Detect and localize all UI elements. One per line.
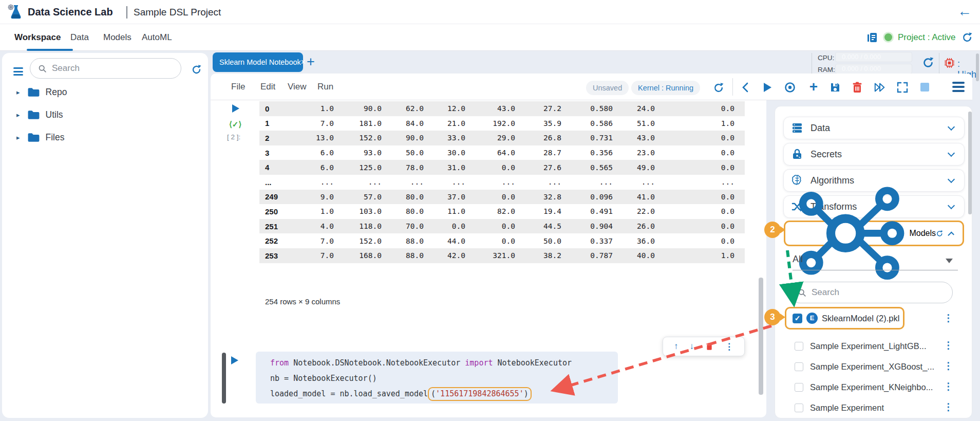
- dataframe-table: 0 1.0 90.0 62.0 12.0 43.0 27.2 0.580 24.…: [259, 101, 745, 263]
- model-item-menu-icon[interactable]: ⋮: [944, 401, 953, 413]
- notebook-tab[interactable]: Sklearn Model Notebook ×: [213, 52, 303, 72]
- model-list: Sample Experiment_LightGB... ⋮ Sample Ex…: [775, 336, 973, 418]
- toolbar-menu-icon[interactable]: [952, 82, 965, 93]
- chevron-down-icon[interactable]: [948, 202, 955, 209]
- sidebar-search-input[interactable]: [52, 63, 165, 74]
- tab-close-icon[interactable]: ×: [301, 58, 311, 67]
- chevron-left-icon[interactable]: [740, 81, 752, 94]
- page-scrollbar[interactable]: [976, 53, 979, 81]
- notebook-scrollbar[interactable]: [759, 278, 763, 395]
- sidebar-menu-icon[interactable]: [13, 67, 23, 78]
- row-index: 250: [259, 207, 280, 216]
- nav-tab-automl[interactable]: AutoML: [142, 24, 172, 51]
- checkbox-unchecked-icon[interactable]: [795, 362, 803, 371]
- nav-tab-models[interactable]: Models: [103, 24, 131, 51]
- stop-kernel-icon[interactable]: [919, 81, 931, 94]
- code-line-1: from Notebook.DSNotebook.NotebookExecuto…: [270, 355, 618, 371]
- run-cell-icon[interactable]: [761, 81, 774, 94]
- run-all-icon[interactable]: [874, 81, 886, 94]
- row-index: 251: [259, 222, 280, 231]
- section-models-label: Models: [909, 229, 936, 238]
- project-refresh-icon[interactable]: [962, 32, 973, 43]
- table-summary: 254 rows × 9 columns: [265, 297, 340, 306]
- section-secrets[interactable]: Secrets: [783, 143, 965, 166]
- model-item-menu-icon[interactable]: ⋮: [944, 360, 953, 372]
- search-icon: [798, 288, 806, 297]
- app-title: Data Science Lab: [28, 0, 113, 24]
- database-icon: [791, 122, 803, 134]
- nav-tab-data[interactable]: Data: [70, 24, 89, 51]
- ram-value: 0.000 / 0.000: [835, 64, 912, 74]
- section-data[interactable]: Data: [783, 117, 965, 139]
- delete-cell-icon[interactable]: [851, 81, 863, 94]
- sidebar-refresh-icon[interactable]: [191, 64, 202, 75]
- model-item-menu-icon[interactable]: ⋮: [944, 312, 953, 324]
- model-item-menu-icon[interactable]: ⋮: [944, 339, 953, 351]
- section-models[interactable]: Models: [784, 221, 964, 246]
- models-search-field[interactable]: [789, 282, 953, 303]
- assets-panel-scrollbar[interactable]: [968, 112, 972, 214]
- model-list-item[interactable]: Sample Experiment ⋮: [775, 397, 973, 418]
- models-search-input[interactable]: [812, 287, 925, 298]
- move-cell-down-icon[interactable]: ↓: [690, 341, 694, 352]
- notebook-tab-title: Sklearn Model Notebook: [213, 58, 301, 66]
- model-list-item[interactable]: Sample Experiment_LightGB... ⋮: [775, 336, 973, 356]
- menu-view[interactable]: View: [288, 74, 307, 100]
- cpu-value: 0.000 / 0.000: [835, 52, 912, 62]
- models-filter-dropdown[interactable]: All: [793, 254, 957, 265]
- models-refresh-icon[interactable]: [936, 228, 943, 239]
- fullscreen-icon[interactable]: [896, 81, 909, 94]
- table-row: 0 1.0 90.0 62.0 12.0 43.0 27.2 0.580 24.…: [259, 101, 745, 116]
- menu-edit[interactable]: Edit: [260, 74, 275, 100]
- checkbox-checked-icon[interactable]: ✓: [793, 314, 802, 323]
- model-item-name: Sample Experiment: [810, 403, 884, 413]
- expand-caret-icon[interactable]: ▸: [16, 134, 20, 141]
- folder-icon: [27, 87, 40, 98]
- model-item-name: Sample Experiment_XGBoost_...: [810, 362, 934, 372]
- project-name: Sample DSL Project: [134, 0, 221, 24]
- table-row: 3 6.0 93.0 50.0 30.0 64.0 28.7 0.356 23.…: [259, 145, 745, 160]
- kernel-refresh-icon[interactable]: [713, 82, 724, 94]
- save-icon[interactable]: [829, 81, 841, 94]
- folder-item-files[interactable]: ▸ Files: [2, 130, 197, 144]
- checkbox-unchecked-icon[interactable]: [795, 342, 803, 351]
- nav-tab-workspace[interactable]: Workspace: [14, 24, 61, 51]
- model-item-menu-icon[interactable]: ⋮: [944, 380, 953, 392]
- folder-icon: [27, 109, 40, 120]
- flask-logo-icon: [6, 3, 25, 22]
- delete-cell-icon[interactable]: [705, 342, 713, 351]
- checkbox-unchecked-icon[interactable]: [795, 383, 803, 392]
- model-list-item[interactable]: Sample Experiment_XGBoost_... ⋮: [775, 356, 973, 377]
- interrupt-kernel-icon[interactable]: [784, 81, 796, 94]
- checkbox-unchecked-icon[interactable]: [795, 404, 803, 412]
- cpu-label: CPU:: [818, 54, 834, 62]
- move-cell-up-icon[interactable]: ↑: [674, 341, 679, 352]
- selected-cell-indicator: [222, 353, 226, 404]
- expand-caret-icon[interactable]: ▸: [16, 111, 20, 119]
- run-code-cell-icon[interactable]: [231, 356, 238, 364]
- model-item-name: Sample Experiment_KNeighbo...: [810, 382, 933, 392]
- menu-file[interactable]: File: [231, 74, 245, 100]
- model-item-name: SklearnModel (2).pkl: [822, 314, 899, 323]
- folder-item-utils[interactable]: ▸ Utils: [2, 107, 197, 122]
- row-index: ...: [259, 178, 280, 187]
- resources-refresh-icon[interactable]: [922, 57, 934, 69]
- dropdown-caret-icon[interactable]: [946, 259, 953, 263]
- chevron-down-icon[interactable]: [948, 123, 955, 131]
- folder-item-repo[interactable]: ▸ Repo: [2, 85, 197, 99]
- back-arrow-icon[interactable]: ←: [957, 3, 972, 20]
- chevron-up-icon[interactable]: [948, 232, 954, 238]
- menu-run[interactable]: Run: [317, 74, 333, 100]
- add-cell-icon[interactable]: +: [807, 81, 820, 94]
- chevron-down-icon[interactable]: [948, 176, 955, 183]
- cell-menu-icon[interactable]: ⋮: [725, 341, 733, 352]
- code-cell[interactable]: from Notebook.DSNotebook.NotebookExecuto…: [256, 352, 618, 404]
- model-item-selected[interactable]: ✓ E SklearnModel (2).pkl: [785, 307, 904, 330]
- project-log-icon[interactable]: [866, 31, 878, 44]
- expand-caret-icon[interactable]: ▸: [16, 88, 20, 96]
- model-list-item[interactable]: Sample Experiment_KNeighbo... ⋮: [775, 377, 973, 397]
- chevron-down-icon[interactable]: [948, 150, 955, 157]
- row-index: 253: [259, 251, 280, 260]
- run-output-cell-icon[interactable]: [232, 104, 239, 113]
- sidebar-search-field[interactable]: [30, 58, 181, 79]
